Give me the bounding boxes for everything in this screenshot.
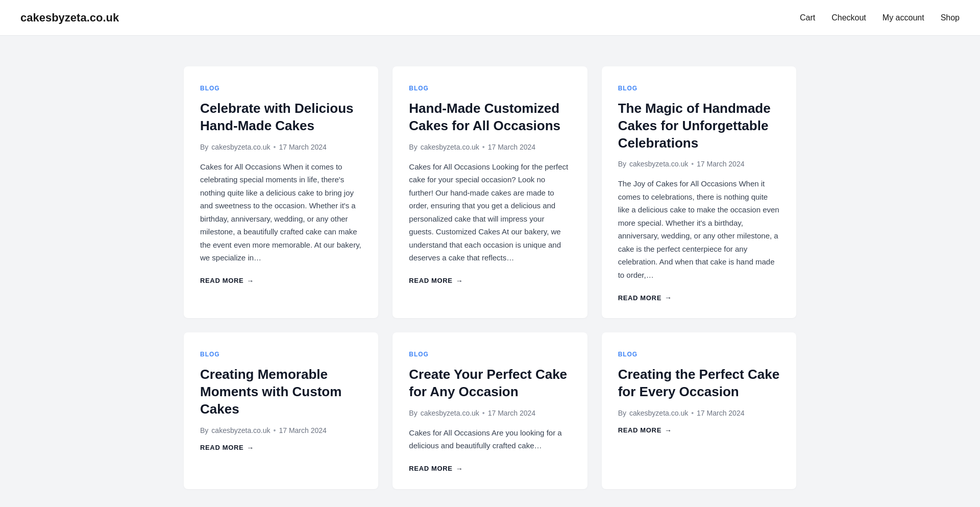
blog-meta-3: By cakesbyzeta.co.uk • 17 March 2024 — [618, 160, 780, 168]
blog-title-4: Creating Memorable Moments with Custom C… — [200, 366, 362, 418]
blog-date-3: 17 March 2024 — [697, 160, 744, 168]
blog-meta-5: By cakesbyzeta.co.uk • 17 March 2024 — [409, 409, 571, 417]
read-more-5[interactable]: READ MORE → — [409, 465, 571, 473]
read-more-label-6: READ MORE — [618, 426, 662, 434]
read-more-4[interactable]: READ MORE → — [200, 444, 362, 452]
blog-meta-4: By cakesbyzeta.co.uk • 17 March 2024 — [200, 426, 362, 434]
blog-card-4: BLOG Creating Memorable Moments with Cus… — [184, 332, 378, 489]
blog-separator-6: • — [691, 409, 694, 417]
nav-cart[interactable]: Cart — [800, 13, 815, 22]
blog-card-5: BLOG Create Your Perfect Cake for Any Oc… — [393, 332, 587, 489]
blog-by-1: By — [200, 143, 208, 151]
blog-category-5: BLOG — [409, 351, 571, 358]
blog-category-1: BLOG — [200, 85, 362, 92]
read-more-label-4: READ MORE — [200, 444, 243, 451]
blog-separator-1: • — [274, 143, 276, 151]
read-more-label-1: READ MORE — [200, 277, 243, 284]
read-more-label-2: READ MORE — [409, 277, 452, 284]
read-more-6[interactable]: READ MORE → — [618, 426, 780, 434]
blog-card-2: BLOG Hand-Made Customized Cakes for All … — [393, 66, 587, 318]
blog-separator-5: • — [482, 409, 485, 417]
blog-date-6: 17 March 2024 — [697, 409, 744, 417]
blog-title-6: Creating the Perfect Cake for Every Occa… — [618, 366, 780, 401]
blog-card-3: BLOG The Magic of Handmade Cakes for Unf… — [602, 66, 796, 318]
blog-date-4: 17 March 2024 — [279, 426, 326, 434]
read-more-arrow-2: → — [456, 277, 463, 285]
blog-date-5: 17 March 2024 — [488, 409, 535, 417]
blog-meta-6: By cakesbyzeta.co.uk • 17 March 2024 — [618, 409, 780, 417]
blog-author-4: cakesbyzeta.co.uk — [211, 426, 270, 434]
blog-by-2: By — [409, 143, 417, 151]
blog-excerpt-1: Cakes for All Occasions When it comes to… — [200, 160, 362, 264]
blog-card-6: BLOG Creating the Perfect Cake for Every… — [602, 332, 796, 489]
blog-meta-2: By cakesbyzeta.co.uk • 17 March 2024 — [409, 143, 571, 151]
blog-by-6: By — [618, 409, 626, 417]
blog-separator-4: • — [274, 426, 276, 434]
blog-title-3: The Magic of Handmade Cakes for Unforget… — [618, 100, 780, 152]
read-more-arrow-3: → — [665, 294, 672, 302]
blog-separator-3: • — [691, 160, 694, 168]
blog-meta-1: By cakesbyzeta.co.uk • 17 March 2024 — [200, 143, 362, 151]
nav-shop[interactable]: Shop — [941, 13, 960, 22]
read-more-arrow-1: → — [247, 277, 254, 285]
blog-by-4: By — [200, 426, 208, 434]
blog-author-3: cakesbyzeta.co.uk — [629, 160, 688, 168]
blog-by-5: By — [409, 409, 417, 417]
main-nav: Cart Checkout My account Shop — [800, 13, 960, 22]
blog-by-3: By — [618, 160, 626, 168]
read-more-arrow-6: → — [665, 426, 672, 434]
main-content: BLOG Celebrate with Delicious Hand-Made … — [163, 36, 817, 507]
blog-excerpt-2: Cakes for All Occasions Looking for the … — [409, 160, 571, 264]
read-more-label-5: READ MORE — [409, 465, 452, 472]
read-more-label-3: READ MORE — [618, 294, 662, 302]
blog-category-2: BLOG — [409, 85, 571, 92]
blog-separator-2: • — [482, 143, 485, 151]
site-logo[interactable]: cakesbyzeta.co.uk — [20, 11, 119, 25]
blog-category-6: BLOG — [618, 351, 780, 358]
blog-author-1: cakesbyzeta.co.uk — [211, 143, 270, 151]
blog-date-1: 17 March 2024 — [279, 143, 326, 151]
site-header: cakesbyzeta.co.uk Cart Checkout My accou… — [0, 0, 980, 36]
blog-author-6: cakesbyzeta.co.uk — [629, 409, 688, 417]
blog-excerpt-3: The Joy of Cakes for All Occasions When … — [618, 177, 780, 281]
blog-date-2: 17 March 2024 — [488, 143, 535, 151]
blog-title-5: Create Your Perfect Cake for Any Occasio… — [409, 366, 571, 401]
blog-excerpt-5: Cakes for All Occasions Are you looking … — [409, 426, 571, 452]
blog-category-4: BLOG — [200, 351, 362, 358]
blog-author-2: cakesbyzeta.co.uk — [421, 143, 479, 151]
blog-title-1: Celebrate with Delicious Hand-Made Cakes — [200, 100, 362, 135]
blog-author-5: cakesbyzeta.co.uk — [421, 409, 479, 417]
read-more-arrow-4: → — [247, 444, 254, 452]
nav-my-account[interactable]: My account — [883, 13, 924, 22]
blog-card-1: BLOG Celebrate with Delicious Hand-Made … — [184, 66, 378, 318]
read-more-3[interactable]: READ MORE → — [618, 294, 780, 302]
read-more-2[interactable]: READ MORE → — [409, 277, 571, 285]
blog-title-2: Hand-Made Customized Cakes for All Occas… — [409, 100, 571, 135]
blog-grid: BLOG Celebrate with Delicious Hand-Made … — [184, 66, 796, 489]
read-more-1[interactable]: READ MORE → — [200, 277, 362, 285]
nav-checkout[interactable]: Checkout — [831, 13, 866, 22]
blog-category-3: BLOG — [618, 85, 780, 92]
read-more-arrow-5: → — [456, 465, 463, 473]
